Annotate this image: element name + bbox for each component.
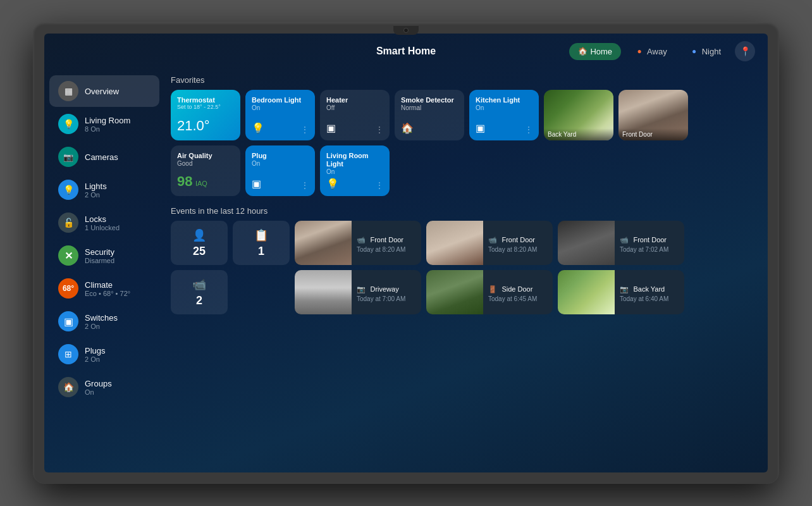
kitchen-light-icon: ▣ [476,122,485,134]
kitchen-light-status: On [476,104,520,111]
air-quality-status: Good [177,160,234,167]
monitor-frame: Smart Home 🏠 Home ● Away ● Night 📍 [33,22,779,484]
home-mode-icon: 🏠 [578,47,587,56]
sidebar-item-plugs[interactable]: ⊞ Plugs 2 On [49,338,159,370]
thermostat-card[interactable]: Thermostat Set to 18° - 22.5° 21.0° [171,90,240,140]
kitchen-light-card[interactable]: Kitchen Light On ▣ ⋮ [469,90,539,140]
smoke-detector-card[interactable]: Smoke Detector Normal 🏠 [395,90,464,140]
sidebar-item-climate[interactable]: 68° Climate Eco • 68° • 72° [49,273,159,304]
smoke-detector-status: Normal [401,104,454,111]
heater-card[interactable]: Heater Off ▣ ⋮ [320,90,390,140]
smoke-detector-icon: 🏠 [401,122,414,134]
app-title: Smart Home [376,46,436,57]
bedroom-light-card[interactable]: Bedroom Light On 💡 ⋮ [245,90,315,140]
kitchen-light-menu[interactable]: ⋮ [525,125,532,134]
sidebar: ▦ Overview 💡 Living Room 8 On 📷 Camer [44,69,164,472]
top-header: Smart Home 🏠 Home ● Away ● Night 📍 [44,34,768,69]
sidebar-switches-icon: ▣ [58,311,78,331]
air-quality-card[interactable]: Air Quality Good 98 IAQ [171,145,240,196]
event-thumb-6 [558,270,615,314]
plug-icon: ▣ [252,178,261,190]
sidebar-cameras-icon: 📷 [58,147,78,167]
event3-camera-name: Front Door [633,236,667,244]
night-mode-icon: ● [690,47,699,56]
sidebar-living-room-icon: 💡 [58,114,78,134]
thermostat-name: Thermostat [177,96,234,104]
living-room-light-card[interactable]: Living Room Light On 💡 ⋮ [320,145,390,196]
right-content: Favorites Thermostat Set to 18° - 22.5° … [164,69,768,472]
sidebar-item-switches[interactable]: ▣ Switches 2 On [49,305,159,337]
camera2-count-card[interactable]: 📹 2 [171,270,228,314]
event-thumb-1 [295,221,352,265]
favorites-section: Favorites Thermostat Set to 18° - 22.5° … [171,75,755,196]
plug-card[interactable]: Plug On ▣ ⋮ [245,145,315,196]
event-camera-2[interactable]: 📹 Front Door Today at 8:20 AM [426,221,553,265]
living-room-light-status: On [326,168,383,175]
mode-away-button[interactable]: ● Away [626,43,676,60]
thermostat-temp: 21.0° [177,118,234,134]
air-quality-name: Air Quality [177,152,234,160]
heater-menu[interactable]: ⋮ [376,125,383,134]
favorites-title: Favorites [171,75,755,85]
event-thumb-3 [558,221,615,265]
bedroom-light-status: On [252,104,301,111]
event-camera-1[interactable]: 📹 Front Door Today at 8:20 AM [295,221,421,265]
front-door-camera-card[interactable]: Front Door [618,90,688,140]
door-count-card[interactable]: 📋 1 [233,221,290,265]
sidebar-lights-icon: 💡 [58,180,78,200]
back-yard-camera-card[interactable]: Back Yard [544,90,613,140]
mode-buttons: 🏠 Home ● Away ● Night 📍 [569,41,755,61]
event3-time: Today at 7:02 AM [620,246,679,253]
event4-camera-name: Driveway [370,285,398,293]
event1-camera-name: Front Door [370,236,403,244]
motion-icon: 👤 [192,228,206,242]
location-icon: 📍 [740,46,751,56]
event5-device-icon: 🚪 [488,285,497,293]
sidebar-overview-icon: ▦ [58,81,78,101]
kitchen-light-name: Kitchen Light [476,96,520,104]
favorites-grid: Thermostat Set to 18° - 22.5° 21.0° Bedr… [171,90,755,196]
motion-count-card[interactable]: 👤 25 [171,221,228,265]
mode-night-button[interactable]: ● Night [681,43,730,60]
event1-time: Today at 8:20 AM [357,246,416,253]
events-row1: 👤 25 📋 1 [171,221,755,265]
thermostat-setpoint: Set to 18° - 22.5° [177,104,234,110]
event-thumb-4 [295,270,352,314]
event6-time: Today at 6:40 AM [620,295,679,302]
living-room-light-menu[interactable]: ⋮ [376,181,383,190]
plug-name: Plug [252,152,267,160]
sidebar-item-groups[interactable]: 🏠 Groups On [49,371,159,403]
mode-home-button[interactable]: 🏠 Home [569,43,621,60]
sidebar-item-overview[interactable]: ▦ Overview [49,75,159,107]
event-camera-6[interactable]: 📷 Back Yard Today at 6:40 AM [558,270,684,314]
sidebar-locks-icon: 🔓 [58,213,78,233]
sidebar-item-locks[interactable]: 🔓 Locks 1 Unlocked [49,207,159,238]
sidebar-item-lights[interactable]: 💡 Lights 2 On [49,174,159,206]
event4-time: Today at 7:00 AM [357,295,416,302]
events-title: Events in the last 12 hours [171,206,755,216]
event4-device-icon: 📷 [357,285,366,293]
bedroom-light-name: Bedroom Light [252,96,301,104]
sidebar-groups-icon: 🏠 [58,377,78,397]
sidebar-item-cameras[interactable]: 📷 Cameras [49,141,159,173]
event-thumb-2 [426,221,483,265]
events-section: Events in the last 12 hours 👤 25 📋 1 [171,206,755,314]
event6-device-icon: 📷 [620,285,629,293]
event-camera-4[interactable]: 📷 Driveway Today at 7:00 AM [295,270,421,314]
plug-status: On [252,160,267,167]
event2-camera-name: Front Door [501,236,535,244]
event2-time: Today at 8:20 AM [488,246,548,253]
event1-device-icon: 📹 [357,236,366,244]
event2-device-icon: 📹 [488,236,497,244]
event-camera-3[interactable]: 📹 Front Door Today at 7:02 AM [558,221,684,265]
sidebar-item-security[interactable]: ✕ Security Disarmed [49,240,159,271]
air-quality-value: 98 [177,173,192,189]
sidebar-item-living-room[interactable]: 💡 Living Room 8 On [49,108,159,140]
event-camera-5[interactable]: 🚪 Side Door Today at 6:45 AM [426,270,553,314]
plug-menu[interactable]: ⋮ [301,181,309,190]
bedroom-light-menu[interactable]: ⋮ [301,125,309,134]
door-count: 1 [258,245,264,258]
location-button[interactable]: 📍 [735,41,755,61]
air-quality-unit: IAQ [195,180,207,187]
events-row2: 📹 2 📷 [171,270,755,314]
